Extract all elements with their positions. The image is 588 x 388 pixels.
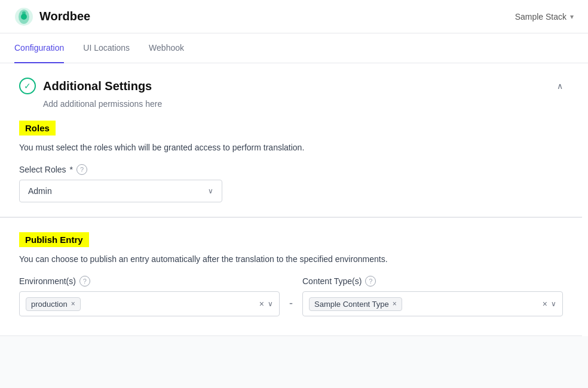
select-roles-label: Select Roles* ? — [19, 164, 563, 175]
publish-entry-description: You can choose to publish an entry autom… — [19, 254, 563, 264]
environments-help-icon[interactable]: ? — [79, 276, 90, 287]
section-title-area: ✓ Additional Settings — [19, 78, 152, 94]
env-chevron-icon[interactable]: ∨ — [268, 300, 273, 308]
sample-content-type-tag: Sample Content Type × — [309, 297, 402, 311]
content-types-column: Content Type(s) ? Sample Content Type × … — [302, 276, 563, 316]
select-roles-dropdown[interactable]: Admin ∨ — [19, 180, 222, 202]
bottom-divider — [0, 335, 582, 336]
tab-ui-locations[interactable]: UI Locations — [83, 33, 130, 63]
select-roles-chevron-icon: ∨ — [208, 187, 213, 195]
stack-selector[interactable]: Sample Stack ▾ — [515, 12, 574, 21]
tabs-bar: Configuration UI Locations Webhook — [0, 33, 588, 63]
env-content-row: Environment(s) ? production × × ∨ — [19, 276, 563, 316]
tab-configuration[interactable]: Configuration — [14, 33, 64, 63]
content-type-clear-icon[interactable]: × — [543, 299, 547, 309]
environments-column: Environment(s) ? production × × ∨ — [19, 276, 280, 316]
select-roles-value: Admin — [28, 186, 52, 196]
content-type-input-controls: × ∨ — [543, 299, 556, 309]
roles-help-icon[interactable]: ? — [76, 164, 87, 175]
logo-area: Wordbee — [14, 7, 90, 26]
section-check-icon: ✓ — [19, 78, 36, 94]
section-description: Add additional permissions here — [43, 99, 563, 109]
main-content: ✓ Additional Settings ∧ Add additional p… — [0, 63, 588, 388]
app-logo-text: Wordbee — [39, 10, 90, 23]
sample-content-type-tag-label: Sample Content Type — [314, 300, 389, 309]
content-types-label: Content Type(s) ? — [302, 276, 563, 287]
app-header: Wordbee Sample Stack ▾ — [0, 0, 588, 33]
publish-entry-section: Publish Entry You can choose to publish … — [0, 218, 582, 335]
roles-badge: Roles — [19, 121, 56, 136]
env-clear-icon[interactable]: × — [259, 299, 264, 309]
content-types-tag-input[interactable]: Sample Content Type × × ∨ — [302, 291, 563, 316]
content-type-chevron-icon[interactable]: ∨ — [551, 300, 556, 308]
roles-subsection: Roles You must select the roles which wi… — [19, 121, 563, 202]
tab-webhook[interactable]: Webhook — [149, 33, 184, 63]
production-tag: production × — [26, 297, 81, 311]
additional-settings-section: ✓ Additional Settings ∧ Add additional p… — [0, 63, 582, 217]
roles-description: You must select the roles which will be … — [19, 143, 563, 152]
publish-entry-badge: Publish Entry — [19, 232, 89, 247]
environments-label: Environment(s) ? — [19, 276, 280, 287]
environments-tag-input[interactable]: production × × ∨ — [19, 291, 280, 316]
section-title: Additional Settings — [43, 79, 152, 93]
wordbee-logo-icon — [14, 7, 33, 26]
content-types-help-icon[interactable]: ? — [365, 276, 376, 287]
section-header: ✓ Additional Settings ∧ — [19, 78, 563, 94]
content-area: ✓ Additional Settings ∧ Add additional p… — [0, 63, 588, 336]
collapse-button[interactable]: ∧ — [557, 81, 563, 91]
production-tag-label: production — [31, 300, 68, 309]
svg-point-3 — [22, 11, 26, 15]
stack-name: Sample Stack — [515, 12, 566, 21]
stack-chevron-icon: ▾ — [570, 13, 574, 21]
content-type-tag-close-icon[interactable]: × — [393, 300, 397, 308]
env-separator: - — [289, 276, 293, 310]
env-input-controls: × ∨ — [259, 299, 273, 309]
production-tag-close-icon[interactable]: × — [71, 300, 75, 308]
